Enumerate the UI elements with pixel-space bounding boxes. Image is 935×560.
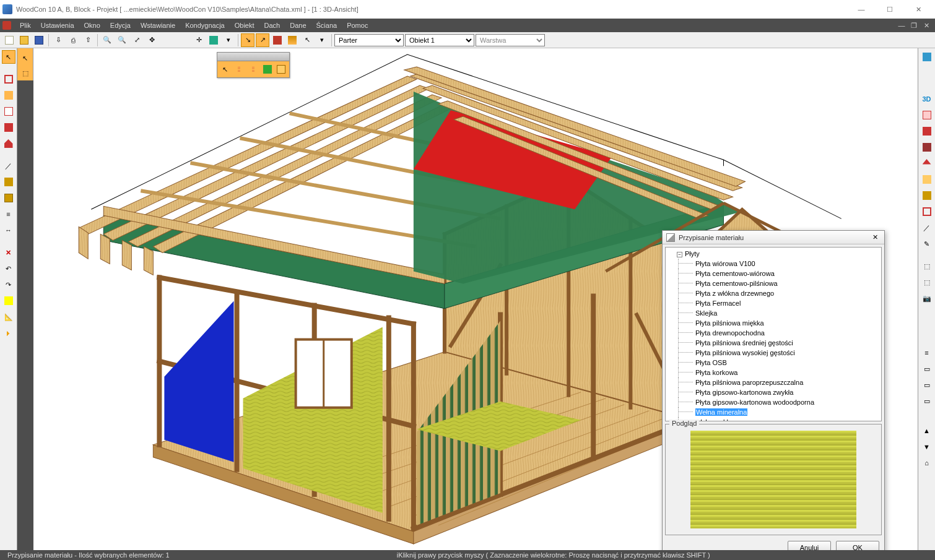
view-frame-icon[interactable] <box>920 205 934 218</box>
play-tool-icon[interactable]: ⏵ <box>2 326 15 340</box>
tree-item[interactable]: Płyta z włókna drzewnego <box>666 288 881 298</box>
tree-item[interactable]: Płyta pilśniowa średniej gęstości <box>666 338 881 348</box>
menu-edycja[interactable]: Edycja <box>105 20 136 30</box>
export-icon[interactable]: ⇧ <box>81 33 95 47</box>
beam-tool-icon[interactable]: ／ <box>2 159 15 173</box>
tool1-icon[interactable]: ↘ <box>241 33 254 47</box>
zoom-out-icon[interactable]: 🔍 <box>115 33 129 47</box>
ft-grid2-icon[interactable]: ⦙⦙ <box>246 62 260 76</box>
minimize-button[interactable]: — <box>847 0 876 19</box>
view-wire-icon[interactable] <box>920 108 934 122</box>
zoom-in-icon[interactable]: 🔍 <box>100 33 114 47</box>
undo-tool-icon[interactable]: ↶ <box>2 262 15 275</box>
grid-tool-icon[interactable] <box>2 88 15 102</box>
print-icon[interactable]: ⎙ <box>66 33 80 47</box>
pointer-icon[interactable]: ↖ <box>300 33 314 47</box>
menu-pomoc[interactable]: Pomoc <box>342 20 373 30</box>
tree-item[interactable]: Wełna mineralna <box>666 407 881 417</box>
camera-icon[interactable]: 📷 <box>920 291 934 305</box>
nav-down-icon[interactable]: ▼ <box>920 440 934 454</box>
view-shade-icon[interactable] <box>920 124 934 138</box>
tree-root[interactable]: −Płyty <box>666 249 881 259</box>
tag-icon[interactable]: ⬚ <box>920 275 934 289</box>
menu-dane[interactable]: Dane <box>285 20 311 30</box>
tree-item[interactable]: Płyta wiórowa V100 <box>666 259 881 269</box>
view-floor-icon[interactable] <box>920 189 934 202</box>
menu-ściana[interactable]: Ściana <box>311 20 342 30</box>
tree-item[interactable]: Płyta pilśniowa wysokiej gęstości <box>666 348 881 358</box>
layers2-icon[interactable]: ▭ <box>920 362 934 376</box>
mdi-close-button[interactable]: ✕ <box>921 20 932 30</box>
floor-select[interactable]: Parter <box>334 34 404 46</box>
dim-tool-icon[interactable]: ↔ <box>2 223 15 237</box>
ft-panel-icon[interactable] <box>274 62 288 76</box>
view-home-icon[interactable] <box>920 50 934 64</box>
mdi-restore-button[interactable]: ❐ <box>908 20 920 30</box>
tree-item[interactable]: Sklejka <box>666 308 881 318</box>
fill-tool-icon[interactable] <box>2 121 15 134</box>
layers1-icon[interactable]: ≡ <box>920 346 934 360</box>
tree-item[interactable]: Płyta drewnopochodna <box>666 328 881 338</box>
cube-icon[interactable] <box>207 33 220 47</box>
redo-tool-icon[interactable]: ↷ <box>2 278 15 291</box>
sub-pointer-icon[interactable]: ↖ <box>19 51 32 65</box>
tree-item[interactable]: Płyta korkowa <box>666 368 881 377</box>
dialog-close-button[interactable]: ✕ <box>869 233 881 243</box>
menu-okno[interactable]: Okno <box>79 20 105 30</box>
highlight-tool-icon[interactable] <box>2 294 15 308</box>
tool2-icon[interactable]: ↗ <box>256 33 269 47</box>
tree-item[interactable]: Płyta pilśniowa paroprzepuszczalna <box>666 377 881 387</box>
object-select[interactable]: Obiekt 1 <box>405 34 474 46</box>
floating-toolbar-grip[interactable] <box>217 53 289 61</box>
view-roof-icon[interactable] <box>920 157 934 170</box>
tree-item[interactable]: Płyta gipsowo-kartonowa zwykła <box>666 387 881 397</box>
layers4-icon[interactable]: ▭ <box>920 394 934 408</box>
new-file-icon[interactable] <box>2 33 16 47</box>
cancel-button[interactable]: Anuluj <box>788 541 831 550</box>
select-all-icon[interactable]: ⬚ <box>920 259 934 273</box>
tool3-icon[interactable] <box>271 33 284 47</box>
menu-obiekt[interactable]: Obiekt <box>230 20 259 30</box>
maximize-button[interactable]: ☐ <box>876 0 904 19</box>
select-tool-icon[interactable]: ↖ <box>2 50 15 64</box>
tree-item[interactable]: Płyta cementowo-pilśniowa <box>666 278 881 288</box>
house-tool-icon[interactable] <box>2 137 15 150</box>
close-button[interactable]: ✕ <box>904 0 933 19</box>
sub-select-icon[interactable]: ⬚ <box>19 66 32 80</box>
floating-toolbar[interactable]: ↖ ⦙⦙ ⦙⦙ <box>217 52 290 78</box>
ok-button[interactable]: OK <box>836 541 879 550</box>
dropdown-icon[interactable]: ▾ <box>222 33 235 47</box>
menu-dach[interactable]: Dach <box>259 20 285 30</box>
nav-home-icon[interactable]: ⌂ <box>920 456 934 470</box>
mdi-minimize-button[interactable]: — <box>896 20 907 30</box>
material-tree[interactable]: −Płyty Płyta wiórowa V100Płyta cementowo… <box>665 247 882 421</box>
ft-pointer-icon[interactable]: ↖ <box>219 62 232 76</box>
wall-tool-icon[interactable] <box>2 72 15 86</box>
view-3d-icon[interactable]: 3D <box>920 92 934 106</box>
layers3-icon[interactable]: ▭ <box>920 378 934 392</box>
layer-select[interactable]: Warstwa <box>476 34 545 46</box>
3d-viewport[interactable]: ↖ ⦙⦙ ⦙⦙ <box>33 48 918 550</box>
nav-up-icon[interactable]: ▲ <box>920 424 934 437</box>
board-tool-icon[interactable] <box>2 191 15 205</box>
save-file-icon[interactable] <box>32 33 46 47</box>
measure-tool-icon[interactable]: 📐 <box>2 310 15 324</box>
view-tex-icon[interactable] <box>920 140 934 154</box>
pan-icon[interactable]: ✥ <box>145 33 159 47</box>
tool4-icon[interactable] <box>285 33 299 47</box>
import-icon[interactable]: ⇩ <box>51 33 65 47</box>
tree-item[interactable]: Płyta pilśniowa miękka <box>666 318 881 328</box>
view-walls-icon[interactable] <box>920 173 934 186</box>
menu-wstawianie[interactable]: Wstawianie <box>136 20 180 30</box>
tree-item[interactable]: Płyta gipsowo-kartonowa wodoodporna <box>666 397 881 407</box>
tree-item[interactable]: Płyta cementowo-wiórowa <box>666 269 881 278</box>
tree-item[interactable]: Płyta Fermacel <box>666 298 881 308</box>
window-tool-icon[interactable] <box>2 105 15 118</box>
view-edit-icon[interactable]: ✎ <box>920 237 934 251</box>
tree-item[interactable]: Płyta OSB <box>666 358 881 368</box>
ft-grid1-icon[interactable]: ⦙⦙ <box>233 62 246 76</box>
ft-paint-icon[interactable] <box>261 62 274 76</box>
delete-tool-icon[interactable]: ✕ <box>2 246 15 259</box>
view-beam-icon[interactable]: ／ <box>920 221 934 235</box>
tool5-icon[interactable]: ▾ <box>315 33 329 47</box>
